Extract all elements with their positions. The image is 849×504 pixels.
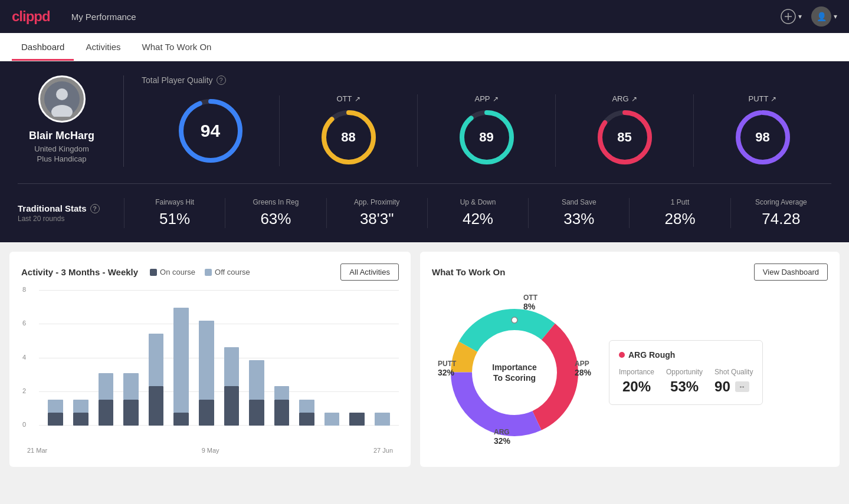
arg-red-dot [619, 352, 625, 358]
bar-group-7 [221, 290, 242, 426]
gauge-arg: ARG ↗ 85 [556, 94, 694, 167]
view-dashboard-button[interactable]: View Dashboard [754, 263, 828, 281]
bar-off-7 [224, 347, 240, 387]
metric-importance: Importance 20% [619, 368, 654, 395]
bar-group-10 [296, 290, 318, 426]
bar-stack-9 [271, 386, 293, 426]
bar-off-4 [149, 334, 164, 386]
bar-on-10 [299, 413, 314, 426]
bar-off-2 [99, 373, 114, 399]
quality-title: Total Player Quality ? [142, 75, 831, 85]
bar-on-2 [99, 400, 114, 426]
bar-off-6 [199, 321, 214, 399]
top-right-controls: ▾ 👤 ▾ [781, 6, 837, 27]
work-on-title: What To Work On [432, 267, 505, 277]
stats-help-icon[interactable]: ? [90, 204, 100, 213]
bar-off-10 [299, 400, 314, 413]
tab-activities[interactable]: Activities [76, 35, 130, 61]
bar-stack-6 [195, 321, 217, 426]
player-avatar [38, 75, 86, 123]
top-bar: clippd My Performance ▾ 👤 ▾ [0, 0, 849, 33]
stat-1-putt: 1 Putt 28% [629, 198, 730, 228]
stat-up-and-down: Up & Down 42% [427, 198, 528, 228]
x-label-mar: 21 Mar [27, 447, 47, 454]
bar-group-0 [45, 290, 67, 426]
main-quality-gauge: 94 [142, 95, 280, 166]
activity-chart-panel: Activity - 3 Months - Weekly On course O… [9, 252, 411, 467]
bar-off-3 [123, 373, 139, 399]
svg-point-20 [512, 317, 517, 323]
bar-on-7 [224, 386, 240, 426]
activity-bar-chart: 8 6 4 2 0 [21, 290, 399, 443]
logo[interactable]: clippd [12, 8, 50, 25]
ott-trend-icon: ↗ [355, 95, 360, 103]
bar-stack-3 [120, 373, 142, 426]
bar-on-3 [123, 400, 139, 426]
bar-group-4 [145, 290, 167, 426]
bar-on-9 [274, 400, 290, 426]
bar-off-9 [274, 386, 290, 399]
off-course-legend-dot [205, 269, 212, 276]
bar-group-5 [171, 290, 192, 426]
tab-dashboard[interactable]: Dashboard [12, 35, 74, 61]
x-label-jun: 27 Jun [373, 447, 393, 454]
metric-shot-quality: Shot Quality 90 ↔ [714, 368, 753, 395]
bars-area [39, 290, 399, 426]
metric-opportunity: Opportunity 53% [666, 368, 703, 395]
bar-group-9 [271, 290, 293, 426]
chart-legend: On course Off course [150, 268, 250, 276]
quality-gauges: 94 OTT ↗ 88 [142, 94, 831, 167]
bar-group-8 [246, 290, 268, 426]
donut-label-arg: ARG32% [494, 428, 510, 446]
stat-app-proximity: App. Proximity 38'3" [326, 198, 427, 228]
bar-stack-10 [296, 400, 318, 426]
activity-panel-header: Activity - 3 Months - Weekly On course O… [21, 263, 399, 281]
avatar-chevron: ▾ [834, 12, 837, 21]
main-score: 94 [201, 121, 220, 141]
tab-what-to-work-on[interactable]: What To Work On [133, 35, 221, 61]
arg-score: 85 [617, 130, 631, 145]
player-country: United Kingdom [34, 144, 89, 153]
player-handicap: Plus Handicap [37, 154, 87, 163]
legend-on-course: On course [150, 268, 195, 276]
bar-group-13 [372, 290, 394, 426]
bar-on-0 [48, 413, 63, 426]
page-title: My Performance [71, 12, 136, 22]
work-on-donut: ImportanceTo Scoring OTT8% APP28% ARG32%… [432, 290, 597, 455]
all-activities-button[interactable]: All Activities [340, 263, 399, 281]
donut-label-ott: OTT8% [523, 294, 537, 311]
bar-off-1 [73, 400, 88, 413]
quality-help-icon[interactable]: ? [217, 75, 226, 85]
bar-stack-4 [145, 334, 167, 426]
bar-on-5 [173, 413, 189, 426]
bottom-panels: Activity - 3 Months - Weekly On course O… [0, 242, 849, 476]
stat-greens-in-reg: Greens In Reg 63% [225, 198, 326, 228]
player-info: Blair McHarg United Kingdom Plus Handica… [18, 75, 124, 167]
arg-trend-icon: ↗ [631, 95, 637, 103]
info-metrics: Importance 20% Opportunity 53% Shot Qual… [619, 368, 753, 395]
stat-sand-save: Sand Save 33% [528, 198, 629, 228]
bar-stack-11 [321, 413, 343, 426]
shot-quality-badge: ↔ [735, 381, 749, 392]
nav-tabs: Dashboard Activities What To Work On [0, 33, 849, 61]
gauge-putt: PUTT ↗ 98 [694, 94, 831, 167]
stat-fairways-hit: Fairways Hit 51% [124, 198, 225, 228]
legend-off-course: Off course [205, 268, 250, 276]
quality-section: Total Player Quality ? 94 [124, 75, 831, 167]
bar-off-5 [173, 308, 189, 413]
bar-off-8 [249, 360, 264, 400]
bar-on-8 [249, 400, 264, 426]
x-label-may: 9 May [202, 447, 219, 454]
player-name: Blair McHarg [29, 130, 94, 142]
bar-group-6 [195, 290, 217, 426]
dashboard-banner: Blair McHarg United Kingdom Plus Handica… [0, 61, 849, 242]
donut-label-putt: PUTT32% [438, 360, 456, 377]
bar-group-3 [120, 290, 142, 426]
bar-off-0 [48, 400, 63, 413]
add-button[interactable]: ▾ [781, 9, 802, 24]
user-avatar-button[interactable]: 👤 ▾ [811, 6, 837, 27]
bar-group-12 [346, 290, 368, 426]
bar-off-13 [375, 413, 390, 426]
bar-stack-12 [346, 413, 368, 426]
bar-stack-1 [70, 400, 92, 426]
